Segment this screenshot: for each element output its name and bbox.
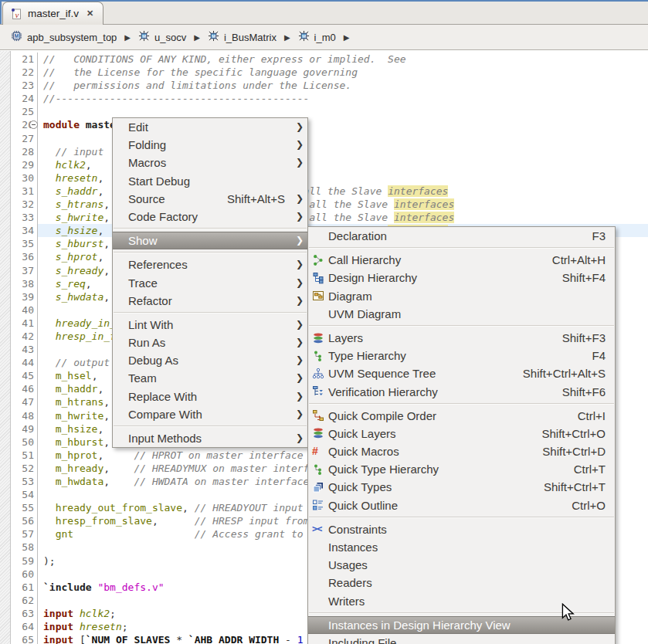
submenu-arrow-icon: ❯	[294, 190, 304, 208]
submenu-arrow-icon: ❯	[294, 405, 304, 423]
code-line-29: 29 hclk2,	[11, 158, 648, 171]
menu-item-label: Refactor	[128, 292, 172, 310]
menu-item-quick-type-hierarchy[interactable]: Quick Type HierarchyCtrl+T	[308, 460, 615, 478]
line-number: 22	[11, 66, 38, 79]
menu-item-label: Quick Type Hierarchy	[328, 460, 439, 478]
breadcrumb-arrow-icon[interactable]: ▶	[189, 33, 205, 42]
menu-item-macros[interactable]: Macros❯	[113, 154, 307, 171]
breadcrumb-label: i_m0	[314, 32, 336, 43]
breadcrumb-item-u-socv[interactable]: Mu_socv	[135, 29, 189, 46]
menu-item-including-file[interactable]: Including File	[308, 634, 615, 644]
submenu-arrow-icon: ❯	[294, 208, 304, 225]
menu-item-constraints[interactable]: ><Constraints	[308, 520, 615, 538]
breadcrumb-arrow-icon[interactable]: ▶	[120, 33, 135, 42]
menu-item-label: References	[128, 256, 188, 273]
svg-text:M: M	[302, 33, 306, 39]
menu-item-readers[interactable]: Readers	[308, 574, 615, 591]
line-number: 50	[11, 436, 38, 449]
menu-item-source[interactable]: SourceShift+Alt+S❯	[113, 190, 307, 208]
line-number: 33	[11, 211, 38, 224]
menu-item-instances[interactable]: Instances	[308, 538, 615, 556]
menu-item-edit[interactable]: Edit❯	[113, 118, 307, 136]
line-number: 51	[11, 449, 38, 462]
line-number: 30	[11, 171, 38, 185]
breadcrumb-arrow-icon[interactable]: ▶	[339, 33, 355, 42]
line-number: 53	[11, 475, 38, 488]
menu-item-label: Writers	[328, 592, 365, 610]
mouse-cursor-icon	[561, 603, 575, 625]
tab-title: master_if.v	[28, 8, 79, 19]
line-number: 47	[11, 395, 38, 408]
menu-item-label: Layers	[328, 329, 363, 347]
line-number: 55	[11, 501, 38, 514]
menu-item-type-hierarchy[interactable]: Type HierarchyF4	[308, 347, 615, 364]
menu-item-team[interactable]: Team❯	[113, 369, 307, 387]
menu-item-design-hierarchy[interactable]: Design HierarchyShift+F4	[308, 269, 615, 286]
line-number: 61	[11, 581, 38, 594]
menu-item-label: Start Debug	[128, 172, 190, 190]
tab-master-if[interactable]: v master_if.v ✕	[2, 2, 103, 25]
menu-item-trace[interactable]: Trace❯	[113, 274, 307, 292]
menu-item-run-as[interactable]: Run As❯	[113, 334, 307, 351]
svg-text:M: M	[142, 33, 146, 39]
menu-item-input-methods[interactable]: Input Methods❯	[113, 429, 307, 447]
line-number: 45	[11, 369, 38, 382]
menu-item-label: Folding	[128, 136, 166, 154]
line-number: 58	[11, 541, 38, 554]
submenu-arrow-icon: ❯	[294, 232, 304, 249]
menu-item-refactor[interactable]: Refactor❯	[113, 292, 307, 310]
ide-window: v master_if.v ✕ Mapb_subsystem_top▶Mu_so…	[0, 0, 648, 644]
menu-item-references[interactable]: References❯	[113, 256, 307, 273]
menu-item-debug-as[interactable]: Debug As❯	[113, 351, 307, 369]
menu-item-quick-types[interactable]: Quick TypesShift+Ctrl+T	[308, 478, 615, 496]
submenu-arrow-icon: ❯	[294, 256, 304, 273]
code-line-25: 25	[11, 105, 648, 118]
menu-item-uvm-sequence-tree[interactable]: UVM Sequence TreeShift+Ctrl+Alt+S	[308, 364, 615, 382]
menu-item-show[interactable]: Show❯	[113, 232, 307, 249]
submenu-arrow-icon: ❯	[294, 154, 304, 171]
breadcrumb-item-apb-subsystem-top[interactable]: Mapb_subsystem_top	[8, 29, 120, 46]
menu-item-shortcut: F3	[592, 227, 609, 245]
menu-item-label: Compare With	[128, 405, 202, 423]
menu-item-declaration[interactable]: DeclarationF3	[308, 227, 615, 245]
menu-item-compare-with[interactable]: Compare With❯	[113, 405, 307, 423]
menu-item-replace-with[interactable]: Replace With❯	[113, 388, 307, 405]
code-text: // CONDITIONS OF ANY KIND, either expres…	[38, 53, 648, 66]
menu-item-call-hierarchy[interactable]: Call HierarchyCtrl+Alt+H	[308, 251, 615, 269]
submenu-arrow-icon: ❯	[294, 429, 304, 447]
menu-item-label: Verification Hierarchy	[328, 383, 438, 401]
tab-close-icon[interactable]: ✕	[87, 8, 93, 19]
line-number: 29	[11, 158, 38, 171]
menu-item-quick-outline[interactable]: Quick OutlineCtrl+O	[308, 497, 615, 514]
menu-item-quick-layers[interactable]: Quick LayersShift+Ctrl+O	[308, 425, 615, 442]
breadcrumb-item-i-m0[interactable]: Mi_m0	[295, 29, 339, 46]
menu-item-quick-compile-order[interactable]: Quick Compile OrderCtrl+I	[308, 407, 615, 425]
module-icon: M	[11, 30, 22, 44]
menu-item-verification-hierarchy[interactable]: Verification HierarchyShift+F6	[308, 383, 615, 401]
line-number: 52	[11, 462, 38, 475]
line-number: 54	[11, 488, 38, 501]
menu-separator	[114, 312, 307, 314]
menu-item-layers[interactable]: LayersShift+F3	[308, 329, 615, 347]
menu-separator	[309, 247, 614, 249]
quick-outline-icon	[312, 499, 328, 511]
menu-item-shortcut: F4	[592, 347, 609, 364]
annotation-ruler[interactable]	[0, 51, 11, 644]
menu-item-start-debug[interactable]: Start Debug	[113, 172, 307, 190]
menu-item-quick-macros[interactable]: #Quick MacrosShift+Ctrl+D	[308, 442, 615, 460]
code-line-31: 31 s_haddr, // HADDR from all the Slave …	[11, 185, 648, 198]
menu-item-folding[interactable]: Folding❯	[113, 136, 307, 154]
menu-item-code-factory[interactable]: Code Factory❯	[113, 208, 307, 225]
line-number: 43	[11, 343, 38, 356]
breadcrumb-item-i-busmatrix[interactable]: Mi_BusMatrix	[205, 29, 280, 46]
line-number: 63	[11, 607, 38, 620]
quick-macros-icon: #	[312, 442, 328, 460]
menu-separator	[309, 325, 614, 327]
type-hierarchy-icon	[312, 350, 328, 362]
menu-item-usages[interactable]: Usages	[308, 556, 615, 574]
menu-item-lint-with[interactable]: Lint With❯	[113, 316, 307, 334]
menu-item-uvm-diagram[interactable]: UVM Diagram	[308, 305, 615, 323]
verilog-file-icon: v	[10, 8, 22, 20]
breadcrumb-arrow-icon[interactable]: ▶	[280, 33, 295, 42]
menu-item-diagram[interactable]: Diagram	[308, 287, 615, 305]
